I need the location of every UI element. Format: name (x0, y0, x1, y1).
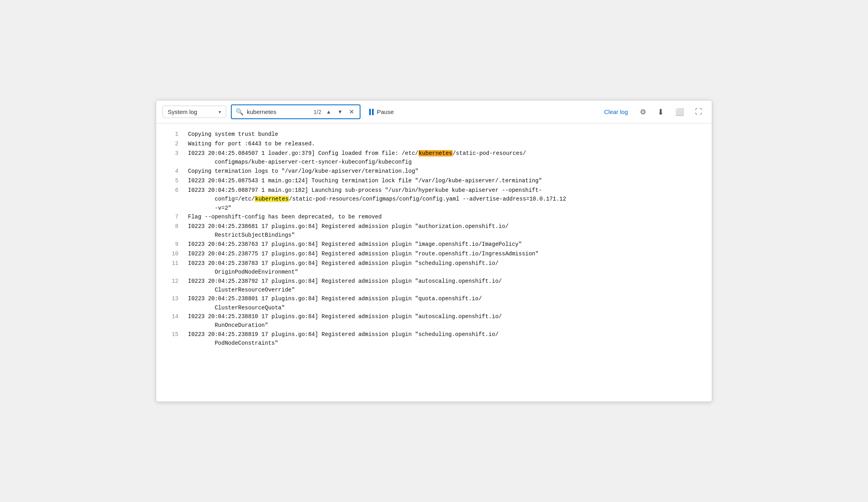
pause-label: Pause (377, 108, 394, 115)
arrow-up-icon: ▲ (326, 109, 331, 115)
line-content: Copying termination logs to "/var/log/ku… (188, 167, 712, 176)
log-selector-label: System log (168, 108, 197, 115)
table-row: 6I0223 20:04:25.088797 1 main.go:182] La… (156, 186, 712, 212)
line-content: I0223 20:04:25.238681 17 plugins.go:84] … (188, 222, 712, 240)
table-row: 1Copying system trust bundle (156, 130, 712, 139)
line-content: Waiting for port :6443 to be released. (188, 139, 712, 148)
table-row: 2Waiting for port :6443 to be released. (156, 139, 712, 149)
search-icon: 🔍 (236, 108, 244, 116)
table-row: 4Copying termination logs to "/var/log/k… (156, 167, 712, 176)
line-content: Copying system trust bundle (188, 130, 712, 139)
settings-icon: ⚙ (640, 108, 646, 116)
search-highlight: kubernetes (255, 196, 289, 202)
line-number: 11 (156, 259, 188, 268)
line-content: I0223 20:04:25.238783 17 plugins.go:84] … (188, 259, 712, 277)
line-number: 5 (156, 176, 188, 185)
close-icon: ✕ (349, 108, 354, 116)
arrow-down-icon: ▼ (337, 109, 343, 115)
line-content: I0223 20:04:25.084507 1 loader.go:379] C… (188, 149, 712, 167)
line-number: 4 (156, 167, 188, 176)
chevron-down-icon: ▾ (219, 109, 221, 115)
line-content: I0223 20:04:25.087543 1 main.go:124] Tou… (188, 176, 712, 185)
search-next-button[interactable]: ▼ (336, 108, 344, 116)
pause-button[interactable]: Pause (365, 106, 398, 118)
line-content: I0223 20:04:25.238810 17 plugins.go:84] … (188, 312, 712, 330)
line-number: 15 (156, 330, 188, 339)
download-icon: ⬇ (657, 107, 664, 117)
search-input[interactable]: kubernetes (247, 108, 310, 115)
line-number: 14 (156, 312, 188, 321)
toolbar: System log ▾ 🔍 kubernetes 1/2 ▲ ▼ ✕ Paus… (156, 100, 712, 124)
table-row: 8I0223 20:04:25.238681 17 plugins.go:84]… (156, 222, 712, 240)
line-content: I0223 20:04:25.238819 17 plugins.go:84] … (188, 330, 712, 348)
log-area: 1Copying system trust bundle2Waiting for… (156, 124, 712, 402)
line-number: 1 (156, 130, 188, 139)
log-window: System log ▾ 🔍 kubernetes 1/2 ▲ ▼ ✕ Paus… (156, 100, 712, 402)
table-row: 9I0223 20:04:25.238763 17 plugins.go:84]… (156, 240, 712, 249)
clear-log-label: Clear log (604, 108, 628, 115)
line-number: 9 (156, 240, 188, 249)
download-button[interactable]: ⬇ (654, 105, 667, 119)
table-row: 15I0223 20:04:25.238819 17 plugins.go:84… (156, 330, 712, 348)
line-content: Flag --openshift-config has been depreca… (188, 212, 712, 221)
table-row: 5I0223 20:04:25.087543 1 main.go:124] To… (156, 176, 712, 186)
line-number: 10 (156, 249, 188, 258)
line-number: 7 (156, 212, 188, 221)
fullscreen-icon: ⛶ (695, 108, 702, 116)
settings-button[interactable]: ⚙ (637, 105, 649, 119)
fullscreen-button[interactable]: ⛶ (692, 105, 705, 118)
search-close-button[interactable]: ✕ (347, 107, 356, 116)
line-number: 6 (156, 186, 188, 195)
line-content: I0223 20:04:25.238763 17 plugins.go:84] … (188, 240, 712, 249)
search-highlight: kubernetes (418, 150, 453, 156)
line-content: I0223 20:04:25.088797 1 main.go:182] Lau… (188, 186, 712, 212)
search-box: 🔍 kubernetes 1/2 ▲ ▼ ✕ (231, 104, 360, 119)
line-number: 12 (156, 277, 188, 286)
line-content: I0223 20:04:25.238792 17 plugins.go:84] … (188, 277, 712, 295)
line-content: I0223 20:04:25.238775 17 plugins.go:84] … (188, 249, 712, 258)
clear-log-button[interactable]: Clear log (600, 106, 632, 118)
search-count: 1/2 (314, 109, 321, 115)
line-number: 13 (156, 294, 188, 303)
table-row: 10I0223 20:04:25.238775 17 plugins.go:84… (156, 249, 712, 259)
line-number: 3 (156, 149, 188, 158)
table-row: 13I0223 20:04:25.238801 17 plugins.go:84… (156, 294, 712, 312)
external-link-icon: ⬜ (675, 108, 684, 116)
search-prev-button[interactable]: ▲ (324, 108, 333, 116)
line-number: 2 (156, 139, 188, 148)
table-row: 12I0223 20:04:25.238792 17 plugins.go:84… (156, 277, 712, 295)
table-row: 14I0223 20:04:25.238810 17 plugins.go:84… (156, 312, 712, 330)
pause-icon (369, 109, 374, 115)
external-link-button[interactable]: ⬜ (672, 105, 687, 119)
table-row: 11I0223 20:04:25.238783 17 plugins.go:84… (156, 259, 712, 277)
line-content: I0223 20:04:25.238801 17 plugins.go:84] … (188, 294, 712, 312)
log-selector-dropdown[interactable]: System log ▾ (163, 106, 226, 118)
table-row: 7Flag --openshift-config has been deprec… (156, 212, 712, 222)
table-row: 3I0223 20:04:25.084507 1 loader.go:379] … (156, 149, 712, 167)
line-number: 8 (156, 222, 188, 231)
